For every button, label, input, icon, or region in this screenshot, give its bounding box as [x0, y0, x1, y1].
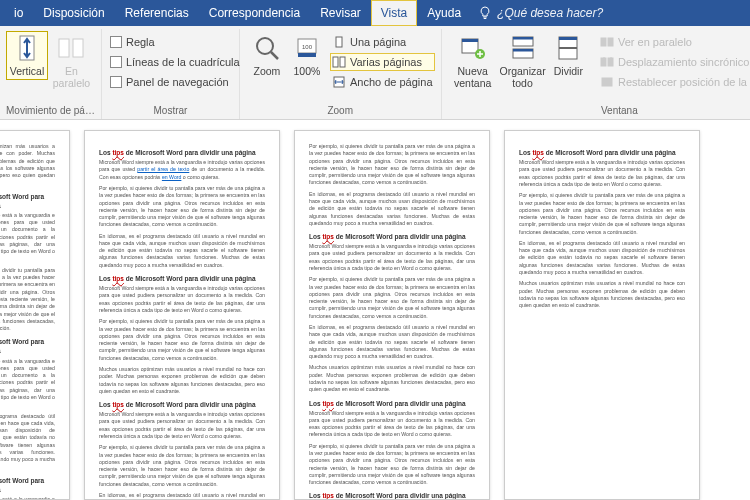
arrange-all-button[interactable]: Organizar todo	[498, 31, 548, 91]
sync-scroll-label: Desplazamiento sincrónico	[618, 56, 749, 68]
body-text: En idiomas, es el programa destacado úti…	[309, 324, 475, 360]
svg-rect-28	[602, 78, 612, 86]
body-text: Por ejemplo, si quieres dividir tu panta…	[309, 143, 475, 187]
doc-heading: Los tips de Microsoft Word para dividir …	[99, 148, 265, 157]
one-page-icon	[332, 36, 346, 48]
page-width-icon	[332, 76, 346, 88]
svg-rect-20	[513, 49, 533, 52]
one-page-button[interactable]: Una página	[330, 33, 435, 51]
reset-window-icon	[600, 76, 614, 88]
body-text: En idiomas, es el programa destacado úti…	[0, 413, 55, 471]
body-text: Microsoft Word siempre está a la vanguar…	[99, 411, 265, 440]
side-by-side-icon	[56, 33, 86, 63]
page-thumbnail[interactable]: Por ejemplo, si quieres dividir tu panta…	[294, 130, 490, 500]
body-text: Microsoft Word siempre está a la vanguar…	[519, 159, 685, 188]
svg-rect-25	[608, 38, 613, 46]
tab-revisar[interactable]: Revisar	[310, 0, 371, 26]
tab-disposicion[interactable]: Disposición	[33, 0, 114, 26]
tell-me[interactable]: ¿Qué desea hacer?	[471, 0, 611, 26]
side-by-side-view-button: En paralelo	[48, 31, 95, 91]
view-side-by-side-button: Ver en paralelo	[598, 33, 750, 51]
tell-me-label: ¿Qué desea hacer?	[497, 6, 603, 20]
body-text: En idiomas, es el programa destacado úti…	[99, 233, 265, 269]
svg-rect-1	[484, 18, 487, 19]
new-window-icon	[458, 33, 488, 63]
hundred-percent-button[interactable]: 100 100%	[288, 31, 326, 80]
magnifier-icon	[252, 33, 282, 63]
group-zoom: Zoom 100 100% Una página Varias páginas	[240, 29, 442, 119]
sync-scroll-button: Desplazamiento sincrónico	[598, 53, 750, 71]
checkbox-icon	[110, 36, 122, 48]
tab-referencias[interactable]: Referencias	[115, 0, 199, 26]
side-by-side-small-icon	[600, 36, 614, 48]
one-page-label: Una página	[350, 36, 406, 48]
doc-heading: Los tips de Microsoft Word para dividir …	[0, 337, 55, 355]
gridlines-label: Líneas de la cuadrícula	[126, 56, 240, 68]
doc-heading: Los tips de Microsoft Word para dividir …	[309, 491, 475, 500]
body-text: Muchos usuarios optimizan más usuarios a…	[99, 366, 265, 395]
sync-scroll-icon	[600, 56, 614, 68]
group-window-label: Ventana	[448, 103, 750, 119]
group-page-movement-label: Movimiento de pá…	[6, 103, 95, 119]
navpane-checkbox[interactable]: Panel de navegación	[108, 73, 242, 91]
group-show-label: Mostrar	[108, 103, 233, 119]
svg-rect-10	[336, 37, 342, 47]
new-window-button[interactable]: Nueva ventana	[448, 31, 498, 91]
svg-rect-27	[608, 58, 613, 66]
svg-point-5	[257, 38, 273, 54]
svg-rect-0	[483, 17, 486, 18]
body-text: Microsoft Word siempre está a la vanguar…	[309, 243, 475, 272]
svg-rect-26	[601, 58, 606, 66]
ruler-label: Regla	[126, 36, 155, 48]
body-text: Por ejemplo, si quieres dividir tu panta…	[99, 444, 265, 488]
hundred-percent-icon: 100	[292, 33, 322, 63]
view-side-by-side-label: Ver en paralelo	[618, 36, 692, 48]
page-thumbnail[interactable]: Los tips de Microsoft Word para dividir …	[504, 130, 700, 500]
body-text: Por ejemplo, si quieres dividir tu panta…	[99, 318, 265, 362]
body-text: Microsoft Word siempre está a la vanguar…	[0, 496, 55, 500]
page-thumbnail[interactable]: Los tips de Microsoft Word para dividir …	[84, 130, 280, 500]
page-thumbnail[interactable]: Muchos usuarios optimizan más usuarios a…	[0, 130, 70, 500]
tab-correspondencia[interactable]: Correspondencia	[199, 0, 310, 26]
vertical-icon	[12, 33, 42, 63]
body-text: Por ejemplo, si quieres dividir tu panta…	[309, 276, 475, 320]
svg-rect-15	[462, 39, 478, 42]
checkbox-icon	[110, 56, 122, 68]
body-text: Muchos usuarios optimizan más usuarios a…	[0, 143, 55, 187]
document-area[interactable]: Muchos usuarios optimizan más usuarios a…	[0, 120, 750, 500]
reset-window-pos-button: Restablecer posición de la ventana	[598, 73, 750, 91]
doc-heading: Los tips de Microsoft Word para dividir …	[99, 400, 265, 409]
gridlines-checkbox[interactable]: Líneas de la cuadrícula	[108, 53, 242, 71]
multi-page-button[interactable]: Varias páginas	[330, 53, 435, 71]
tab-vista[interactable]: Vista	[371, 0, 417, 26]
body-text: Microsoft Word siempre está a la vanguar…	[99, 285, 265, 314]
group-window: Nueva ventana Organizar todo Dividir Ver…	[442, 29, 750, 119]
tab-inicio-fragment[interactable]: io	[4, 0, 33, 26]
tab-ayuda[interactable]: Ayuda	[417, 0, 471, 26]
ruler-checkbox[interactable]: Regla	[108, 33, 242, 51]
svg-text:100: 100	[302, 44, 313, 50]
page-width-label: Ancho de página	[350, 76, 433, 88]
doc-heading: Los tips de Microsoft Word para dividir …	[0, 192, 55, 210]
split-button[interactable]: Dividir	[547, 31, 589, 80]
doc-heading: Los tips de Microsoft Word para dividir …	[519, 148, 685, 157]
doc-heading: Los tips de Microsoft Word para dividir …	[99, 274, 265, 283]
body-text: Muchos usuarios optimizan más usuarios a…	[519, 280, 685, 309]
body-text: Microsoft Word siempre está a la vanguar…	[309, 410, 475, 439]
doc-heading: Los tips de Microsoft Word para dividir …	[0, 476, 55, 494]
svg-rect-4	[73, 39, 83, 57]
group-page-movement: Vertical En paralelo Movimiento de pá…	[0, 29, 102, 119]
zoom-button[interactable]: Zoom	[246, 31, 288, 80]
svg-rect-8	[298, 53, 316, 57]
body-text: Microsoft Word siempre está a la vanguar…	[0, 358, 55, 409]
vertical-button[interactable]: Vertical	[6, 31, 48, 80]
page-width-button[interactable]: Ancho de página	[330, 73, 435, 91]
body-text: En idiomas, es el programa destacado úti…	[309, 191, 475, 227]
multi-page-icon	[332, 56, 346, 68]
body-text: Microsoft Word siempre está a la vanguar…	[99, 159, 265, 181]
svg-rect-3	[59, 39, 69, 57]
svg-rect-11	[333, 57, 338, 67]
svg-line-6	[271, 52, 278, 59]
zoom-label: Zoom	[254, 66, 281, 78]
body-text: Por ejemplo, si quieres dividir tu panta…	[519, 192, 685, 236]
